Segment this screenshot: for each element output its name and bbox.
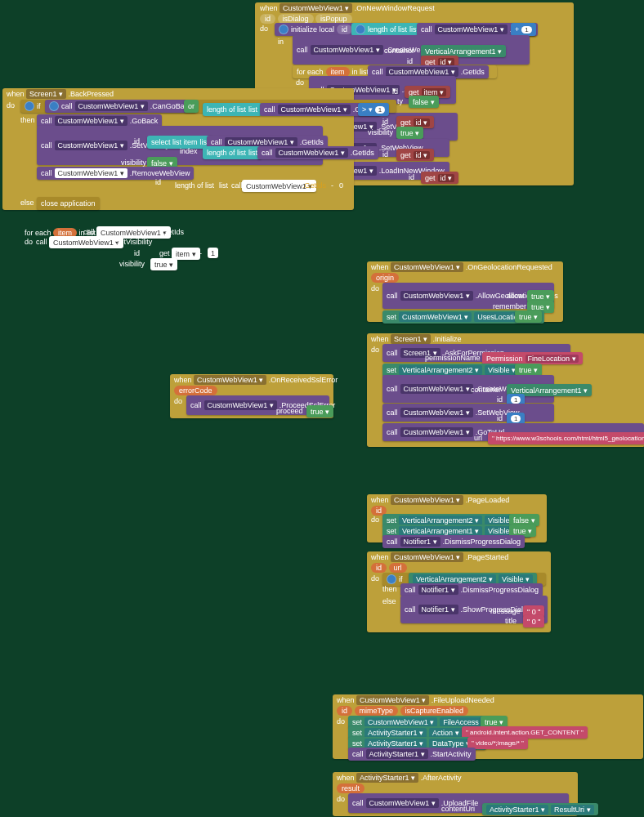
do-aa: do	[337, 795, 345, 803]
do-init: do	[371, 346, 379, 354]
proceed-lbl: proceed	[276, 407, 303, 415]
when-geo: when CustomWebView1 ▾ .OnGeolocationRequ…	[371, 263, 552, 271]
container-init: container	[471, 386, 501, 394]
plus-block[interactable]: +1	[511, 23, 536, 36]
do-fun: do	[337, 717, 345, 725]
when-aa: when ActivityStarter1 ▾ .AfterActivity	[337, 774, 462, 782]
call-startactivity[interactable]: callActivityStarter1 ▾.StartActivity	[348, 748, 476, 761]
do-ps: do	[371, 574, 379, 583]
sv-loose: .SetVisibility	[113, 238, 152, 246]
id-lbl-3: id	[382, 118, 388, 126]
id-lbl-bp: id	[134, 137, 140, 145]
ty-lbl: ty	[397, 97, 403, 105]
id-lbl-bp2: id	[155, 178, 161, 186]
msg-lbl: message	[490, 607, 521, 615]
result-param: result	[337, 784, 364, 793]
len-list-3[interactable]: length of listlist	[203, 146, 262, 159]
call-removewv[interactable]: callCustomWebView1 ▾.RemoveWebView	[37, 167, 194, 180]
call-getids-bp2[interactable]: callCustomWebView1 ▾.GetIds	[257, 146, 378, 159]
do-label-2: do	[296, 78, 304, 87]
call-cangoback[interactable]: callCustomWebView1 ▾.CanGoBack	[45, 100, 196, 113]
minus-lbl: -	[331, 181, 333, 190]
id-lbl-2: id	[392, 87, 398, 96]
get-loose: get	[159, 249, 170, 257]
url-lbl: url	[474, 434, 482, 442]
id-label: id	[407, 57, 413, 65]
id-loose: id	[134, 249, 140, 257]
zero-lbl: 0	[339, 181, 343, 190]
gear-icon	[387, 574, 396, 584]
datatype-val[interactable]: " video/*;image/* "	[467, 737, 528, 749]
when-fun: when CustomWebView1 ▾ .FileUploadNeeded	[337, 696, 494, 704]
when-pl: when CustomWebView1 ▾ .PageLoaded	[371, 496, 509, 504]
when-init: when Screen1 ▾ .Initialize	[371, 335, 462, 343]
gear-icon	[279, 25, 288, 34]
id-lbl-5: id	[409, 173, 414, 181]
do-geo: do	[371, 284, 379, 292]
when-backpressed: when Screen1 ▾ .BackPressed	[7, 90, 114, 98]
vis-lbl: visibility	[368, 128, 393, 136]
one-loose: 1	[208, 248, 218, 258]
id-init-lbl: id	[497, 395, 503, 404]
then-lbl: then	[20, 116, 35, 124]
then-ps: then	[382, 585, 397, 593]
gear-icon	[356, 25, 365, 34]
in-label: in	[278, 38, 284, 46]
do-pl: do	[371, 516, 379, 524]
gt-block[interactable]: > ▾1	[358, 103, 389, 116]
or-block[interactable]: or	[184, 100, 199, 113]
minus-loose: -	[199, 249, 202, 257]
contenturi-lbl: contentUri	[441, 805, 475, 813]
true-val[interactable]: true ▾	[396, 127, 423, 139]
do-loose: do	[25, 238, 33, 246]
false-val[interactable]: false ▾	[409, 96, 439, 108]
getids-loose: .GetIds	[160, 228, 184, 236]
pn-lbl: permissionName	[425, 354, 481, 362]
url-val[interactable]: " https://www.w3schools.com/html/html5_g…	[488, 432, 644, 444]
call-dismiss-pl[interactable]: callNotifier1 ▾.DismissProgressDialog	[382, 535, 525, 548]
do-label: do	[260, 25, 268, 33]
get-id-3[interactable]: getid ▾	[396, 149, 434, 161]
else-lbl: else	[20, 199, 34, 207]
when-ps: when CustomWebView1 ▾ .PageStarted	[371, 553, 508, 561]
true-ssl[interactable]: true ▾	[306, 405, 333, 417]
index-lbl: index	[180, 147, 198, 155]
getids-lbl-y: .GetIds	[302, 181, 326, 190]
true-loose[interactable]: true ▾	[150, 258, 177, 270]
close-app[interactable]: close application	[37, 197, 100, 210]
len-list-lbl: length of list	[175, 181, 214, 190]
title-val[interactable]: " 0 "	[523, 615, 544, 627]
call-setwv-init[interactable]: callCustomWebView1 ▾.SetWebView	[382, 404, 554, 422]
get-id-4[interactable]: getid ▾	[421, 172, 458, 184]
title-lbl: title	[505, 617, 517, 625]
len-list-2[interactable]: length of listlist	[203, 103, 262, 116]
call-loose: call	[83, 228, 95, 236]
when-label: when CustomWebView1 ▾ .OnNewWindowReques…	[260, 4, 435, 12]
params-ps: id url	[371, 563, 407, 573]
true-ul[interactable]: true ▾	[515, 310, 542, 323]
vis-lbl-bp: visibility	[121, 158, 146, 167]
remember-lbl: remember	[493, 302, 526, 310]
gear-icon	[25, 101, 34, 111]
else-ps: else	[382, 597, 396, 605]
call-loose2: call	[36, 238, 47, 246]
id-lbl-4: id	[382, 150, 388, 158]
resulturi-val[interactable]: ActivityStarter1 ▾ResultUri ▾	[482, 803, 598, 815]
container-label: container	[384, 47, 414, 55]
true-va2[interactable]: true ▾	[515, 364, 542, 376]
list-lbl-bp: list	[219, 181, 228, 190]
when-ssl: when CustomWebView1 ▾ .OnReceivedSslErro…	[174, 376, 338, 384]
perm-val[interactable]: PermissionFineLocation ▾	[482, 352, 583, 364]
do-ssl: do	[174, 397, 182, 405]
do-lbl-bp: do	[7, 101, 15, 109]
origin-param: origin	[371, 273, 399, 283]
gear-icon	[49, 101, 59, 111]
call-dismiss-ps[interactable]: callNotifier1 ▾.DismissProgressDialog	[400, 583, 543, 596]
errorcode-param: errorCode	[174, 386, 217, 395]
vis-loose: visibility	[119, 260, 145, 268]
allow-lbl: allow	[507, 292, 524, 300]
id-swv-lbl: id	[497, 414, 503, 422]
call-lbl-bp: call	[231, 181, 243, 190]
params-fun: id mimeType isCaptureEnabled	[337, 706, 468, 716]
length-of-list[interactable]: length of listlist	[351, 23, 423, 36]
